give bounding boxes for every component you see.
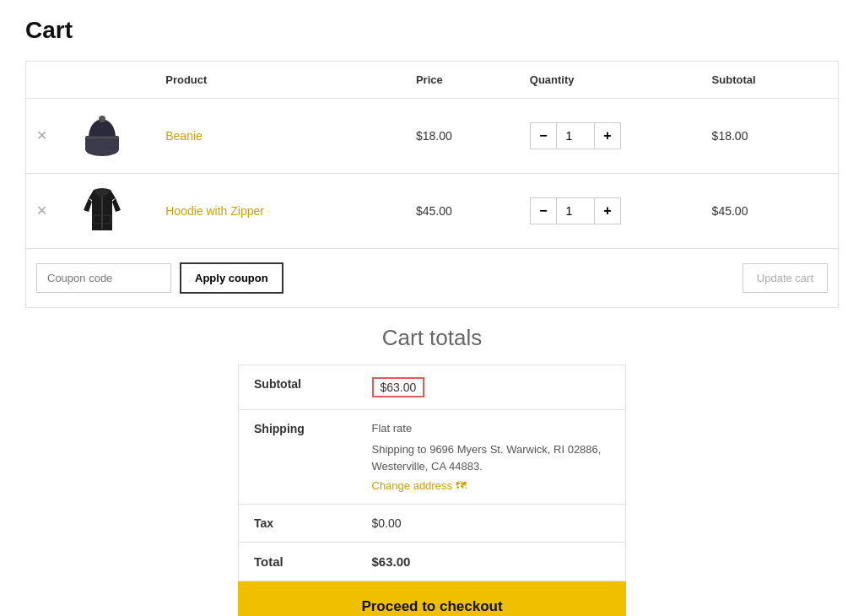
coupon-cell: Apply coupon bbox=[26, 249, 520, 308]
apply-coupon-button[interactable]: Apply coupon bbox=[180, 262, 284, 294]
col-qty-header: Quantity bbox=[520, 62, 702, 99]
img-cell-beanie bbox=[71, 99, 155, 174]
qty-increase-hoodie[interactable]: + bbox=[594, 197, 621, 224]
cart-table: Product Price Quantity Subtotal ✕ bbox=[25, 61, 839, 308]
shipping-value-cell: Flat rate Shipping to 9696 Myers St. War… bbox=[357, 410, 626, 505]
subtotal-value-cell: $63.00 bbox=[357, 365, 626, 410]
col-subtotal-header: Subtotal bbox=[702, 62, 839, 99]
qty-cell-hoodie: − + bbox=[520, 174, 702, 249]
subtotal-row: Subtotal $63.00 bbox=[239, 365, 626, 410]
qty-increase-beanie[interactable]: + bbox=[594, 122, 621, 149]
cart-row-hoodie: ✕ bbox=[26, 174, 839, 249]
page-title: Cart bbox=[25, 17, 839, 44]
subtotal-cell-hoodie: $45.00 bbox=[702, 174, 839, 249]
hoodie-link[interactable]: Hoodie with Zipper bbox=[165, 204, 264, 218]
change-address-label: Change address bbox=[372, 479, 452, 492]
shipping-row: Shipping Flat rate Shipping to 9696 Myer… bbox=[239, 410, 626, 505]
hoodie-image bbox=[81, 186, 123, 236]
shipping-label: Shipping bbox=[239, 410, 357, 505]
subtotal-label: Subtotal bbox=[239, 365, 357, 410]
qty-input-beanie[interactable] bbox=[557, 122, 594, 149]
change-address-link[interactable]: Change address 🗺 bbox=[372, 479, 467, 492]
tax-row: Tax $0.00 bbox=[239, 505, 626, 543]
col-product-header: Product bbox=[155, 62, 406, 99]
svg-point-2 bbox=[99, 116, 105, 122]
col-price-header: Price bbox=[406, 62, 520, 99]
remove-cell-hoodie: ✕ bbox=[26, 174, 72, 249]
subtotal-value: $63.00 bbox=[372, 377, 425, 397]
shipping-type: Flat rate bbox=[372, 422, 611, 435]
img-cell-hoodie bbox=[71, 174, 155, 249]
update-cart-button[interactable]: Update cart bbox=[742, 263, 828, 293]
coupon-input[interactable] bbox=[36, 263, 171, 293]
map-icon: 🗺 bbox=[456, 479, 467, 492]
price-cell-beanie: $18.00 bbox=[406, 99, 520, 174]
cart-row-beanie: ✕ Beanie $18.00 bbox=[26, 99, 839, 174]
price-cell-hoodie: $45.00 bbox=[406, 174, 520, 249]
subtotal-cell-beanie: $18.00 bbox=[702, 99, 839, 174]
total-label: Total bbox=[239, 543, 357, 581]
qty-decrease-hoodie[interactable]: − bbox=[530, 197, 557, 224]
qty-control-hoodie: − + bbox=[530, 197, 692, 224]
checkout-button[interactable]: Proceed to checkout bbox=[238, 581, 626, 616]
qty-control-beanie: − + bbox=[530, 122, 692, 149]
total-row: Total $63.00 bbox=[239, 543, 626, 581]
tax-label: Tax bbox=[239, 505, 357, 543]
qty-input-hoodie[interactable] bbox=[557, 197, 594, 224]
cart-totals-section: Cart totals Subtotal $63.00 Shipping Fla… bbox=[25, 325, 839, 616]
remove-hoodie-button[interactable]: ✕ bbox=[36, 204, 47, 218]
col-img-header bbox=[71, 62, 155, 99]
coupon-row: Apply coupon Update cart bbox=[26, 249, 839, 308]
qty-decrease-beanie[interactable]: − bbox=[530, 122, 557, 149]
hoodie-svg bbox=[82, 186, 122, 235]
total-value: $63.00 bbox=[357, 543, 626, 581]
totals-table: Subtotal $63.00 Shipping Flat rate Shipp… bbox=[238, 365, 626, 581]
coupon-area: Apply coupon bbox=[36, 262, 510, 294]
remove-cell-beanie: ✕ bbox=[26, 99, 72, 174]
beanie-image bbox=[81, 111, 123, 161]
tax-value: $0.00 bbox=[357, 505, 626, 543]
col-remove-header bbox=[26, 62, 72, 99]
remove-beanie-button[interactable]: ✕ bbox=[36, 129, 47, 143]
update-cart-cell: Update cart bbox=[520, 249, 839, 308]
qty-cell-beanie: − + bbox=[520, 99, 702, 174]
beanie-svg bbox=[82, 112, 122, 159]
name-cell-beanie: Beanie bbox=[155, 99, 406, 174]
name-cell-hoodie: Hoodie with Zipper bbox=[155, 174, 406, 249]
beanie-link[interactable]: Beanie bbox=[165, 129, 202, 143]
cart-totals-title: Cart totals bbox=[382, 325, 483, 351]
shipping-address: Shipping to 9696 Myers St. Warwick, RI 0… bbox=[372, 441, 611, 474]
